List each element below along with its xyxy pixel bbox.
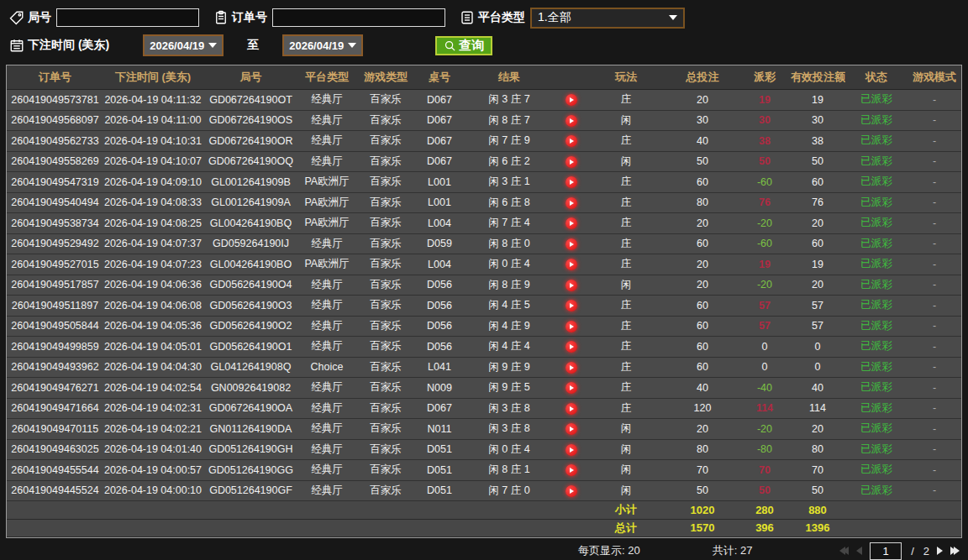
column-header-8: 玩法 bbox=[587, 65, 666, 90]
play-icon[interactable] bbox=[566, 115, 577, 127]
page-number-input[interactable] bbox=[870, 542, 902, 560]
cell-order: 260419049558269 bbox=[7, 151, 103, 172]
first-page-button[interactable] bbox=[839, 547, 849, 555]
play-icon[interactable] bbox=[566, 176, 577, 188]
play-triangle bbox=[570, 324, 574, 329]
order-number-input[interactable] bbox=[272, 8, 445, 27]
cell-result: 闲 0 庄 4 bbox=[462, 254, 556, 275]
table-row: 2604190494701152026-04-19 04:02:21GN0112… bbox=[7, 419, 961, 440]
play-icon[interactable] bbox=[566, 300, 577, 311]
play-icon[interactable] bbox=[566, 321, 577, 332]
next-page-icon bbox=[937, 547, 943, 555]
round-number-input[interactable] bbox=[56, 8, 199, 27]
query-button[interactable]: 查询 bbox=[435, 36, 492, 55]
play-icon[interactable] bbox=[566, 94, 577, 106]
play-icon[interactable] bbox=[566, 423, 577, 435]
cell-order: 260419049568097 bbox=[7, 110, 103, 131]
cell-status: 已派彩 bbox=[845, 131, 908, 152]
platform-type-select[interactable]: 1.全部 bbox=[530, 8, 685, 29]
last-page-button[interactable] bbox=[950, 547, 960, 555]
cell-replay bbox=[556, 439, 587, 460]
page-separator: / bbox=[911, 545, 914, 557]
play-icon[interactable] bbox=[566, 362, 577, 374]
cell-payout: 30 bbox=[739, 110, 790, 131]
cell-play: 闲 bbox=[587, 480, 666, 501]
cell-result: 闲 4 庄 9 bbox=[462, 316, 556, 337]
play-icon[interactable] bbox=[566, 403, 577, 415]
cell-play: 庄 bbox=[587, 357, 666, 378]
next-page-button[interactable] bbox=[937, 547, 943, 555]
column-header-10: 派彩 bbox=[739, 65, 790, 90]
table-row: 2604190495404942026-04-19 04:08:33GL0012… bbox=[7, 192, 961, 213]
prev-page-button[interactable] bbox=[856, 547, 862, 555]
cell-order: 260419049471664 bbox=[7, 398, 103, 419]
play-icon[interactable] bbox=[566, 485, 577, 497]
cell-play: 庄 bbox=[587, 398, 666, 419]
play-icon[interactable] bbox=[566, 217, 577, 229]
table-row: 2604190495680972026-04-19 04:11:00GD0672… bbox=[7, 110, 961, 131]
cell-platform: 经典厅 bbox=[299, 480, 355, 501]
play-icon[interactable] bbox=[566, 382, 577, 394]
cell-platform: 经典厅 bbox=[299, 110, 355, 131]
table-row: 2604190495294922026-04-19 04:07:37GD0592… bbox=[7, 233, 961, 254]
total-row: 总计 1570 396 1396 bbox=[7, 519, 961, 537]
table-header-row: 订单号下注时间 (美东)局号平台类型游戏类型桌号结果玩法总投注派彩有效投注额状态… bbox=[7, 65, 961, 90]
cell-payout: 38 bbox=[739, 131, 790, 152]
cell-mode: - bbox=[908, 151, 961, 172]
cell-order: 260419049538734 bbox=[7, 213, 103, 234]
cell-table: D056 bbox=[417, 337, 462, 358]
cell-platform: 经典厅 bbox=[299, 398, 355, 419]
date-to-select[interactable]: 2026/04/19 bbox=[282, 34, 363, 56]
cell-platform: 经典厅 bbox=[299, 460, 355, 481]
round-number-label: 局号 bbox=[28, 10, 51, 25]
betting-records-app: 局号 订单号 平台类型 1.全部 下注时间 (美东) 2026/04/19 bbox=[0, 0, 968, 560]
cell-valid: 20 bbox=[790, 419, 845, 440]
pagination-bar: 每页显示: 20 共计: 27 / 2 bbox=[0, 538, 968, 560]
cell-round: GN00926419082 bbox=[203, 378, 299, 399]
play-icon[interactable] bbox=[566, 238, 577, 250]
cell-platform: 经典厅 bbox=[299, 316, 355, 337]
play-icon[interactable] bbox=[566, 280, 577, 291]
play-icon[interactable] bbox=[566, 341, 577, 353]
play-icon[interactable] bbox=[566, 135, 577, 147]
cell-status: 已派彩 bbox=[845, 90, 908, 111]
cell-status: 已派彩 bbox=[845, 151, 908, 172]
cell-result: 闲 8 庄 0 bbox=[462, 233, 556, 254]
cell-result: 闲 3 庄 7 bbox=[462, 90, 556, 111]
cell-result: 闲 8 庄 9 bbox=[462, 275, 556, 296]
cell-time: 2026-04-19 04:05:36 bbox=[103, 316, 203, 337]
cell-round: GL0412641908Q bbox=[203, 357, 299, 378]
cell-bet: 40 bbox=[666, 131, 739, 152]
table-row: 2604190495058442026-04-19 04:05:36GD0562… bbox=[7, 316, 961, 337]
table-row: 2604190495178572026-04-19 04:06:36GD0562… bbox=[7, 275, 961, 296]
query-button-label: 查询 bbox=[459, 38, 484, 54]
cell-time: 2026-04-19 04:01:40 bbox=[103, 439, 203, 460]
column-header-9: 总投注 bbox=[666, 65, 739, 90]
cell-time: 2026-04-19 04:10:07 bbox=[103, 151, 203, 172]
play-icon[interactable] bbox=[566, 197, 577, 209]
cell-platform: 经典厅 bbox=[299, 296, 355, 317]
cell-valid: 0 bbox=[790, 357, 845, 378]
prev-page-icon bbox=[856, 547, 862, 555]
cell-mode: - bbox=[908, 90, 961, 111]
cell-game: 百家乐 bbox=[355, 275, 417, 296]
cell-platform: 经典厅 bbox=[299, 439, 355, 460]
table-row: 2604190494762712026-04-19 04:02:54GN0092… bbox=[7, 378, 961, 399]
cell-valid: 60 bbox=[790, 233, 845, 254]
cell-table: D067 bbox=[417, 131, 462, 152]
play-icon[interactable] bbox=[566, 156, 577, 168]
cell-status: 已派彩 bbox=[845, 296, 908, 317]
cell-play: 闲 bbox=[587, 110, 666, 131]
cell-valid: 50 bbox=[790, 151, 845, 172]
date-from-select[interactable]: 2026/04/19 bbox=[143, 34, 224, 56]
filter-row-2: 下注时间 (美东) 2026/04/19 至 2026/04/19 查询 bbox=[8, 34, 960, 57]
cell-payout: 76 bbox=[739, 192, 790, 213]
cell-replay bbox=[556, 337, 587, 358]
play-icon[interactable] bbox=[566, 464, 577, 476]
cell-time: 2026-04-19 04:07:37 bbox=[103, 233, 203, 254]
play-icon[interactable] bbox=[566, 259, 577, 270]
cell-game: 百家乐 bbox=[355, 419, 417, 440]
search-icon bbox=[444, 39, 456, 52]
cell-platform: PA欧洲厅 bbox=[299, 192, 355, 213]
play-icon[interactable] bbox=[566, 444, 577, 456]
